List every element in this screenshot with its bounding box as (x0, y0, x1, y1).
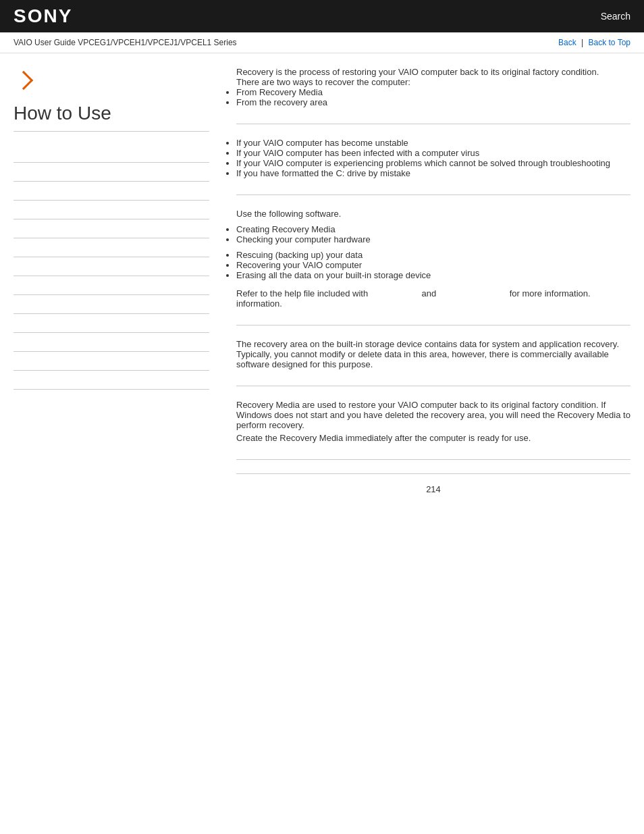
section2-bullets: If your VAIO computer has become unstabl… (236, 138, 630, 178)
section-1: Recovery is the process of restoring you… (236, 67, 630, 107)
list-item: Creating Recovery Media (236, 224, 630, 234)
list-item: If your VAIO computer is experiencing pr… (236, 158, 630, 168)
section3-bullets2: Rescuing (backing up) your data Recoveri… (236, 250, 630, 280)
bottom-divider (236, 459, 630, 460)
breadcrumb-separator: | (581, 38, 583, 47)
sidebar-item[interactable] (14, 257, 209, 276)
section1-bullets: From Recovery Media From the recovery ar… (236, 87, 630, 107)
divider (236, 194, 630, 195)
list-item: Recovering your VAIO computer (236, 260, 630, 270)
sidebar-item[interactable] (14, 201, 209, 219)
content-area: Recovery is the process of restoring you… (223, 67, 630, 504)
section3-para2: Refer to the help file included with and… (236, 288, 630, 309)
header: SONY Search (0, 0, 644, 32)
section4-para1: The recovery area on the built-in storag… (236, 339, 630, 369)
sidebar-menu (14, 144, 209, 390)
sidebar-item[interactable] (14, 163, 209, 182)
breadcrumb-nav: Back | Back to Top (558, 38, 630, 47)
sony-logo: SONY (14, 5, 72, 27)
chevron-icon (14, 71, 33, 90)
section3-bullets1: Creating Recovery Media Checking your co… (236, 224, 630, 244)
divider (236, 325, 630, 325)
list-item: Checking your computer hardware (236, 234, 630, 244)
section-2: If your VAIO computer has become unstabl… (236, 138, 630, 178)
list-item: Rescuing (backing up) your data (236, 250, 630, 260)
sidebar-item[interactable] (14, 295, 209, 314)
section3-para1: Use the following software. (236, 209, 630, 219)
list-item: If your VAIO computer has been infected … (236, 148, 630, 158)
main-content: How to Use Recovery is the process of re… (0, 53, 644, 518)
breadcrumb-bar: VAIO User Guide VPCEG1/VPCEH1/VPCEJ1/VPC… (0, 32, 644, 53)
sidebar: How to Use (14, 67, 223, 504)
page-number: 214 (426, 484, 441, 494)
list-item: From Recovery Media (236, 87, 630, 97)
list-item: If your VAIO computer has become unstabl… (236, 138, 630, 148)
sidebar-item[interactable] (14, 219, 209, 238)
section5-para1: Recovery Media are used to restore your … (236, 400, 630, 430)
sidebar-item[interactable] (14, 371, 209, 390)
search-button[interactable]: Search (601, 11, 630, 22)
page-title: How to Use (14, 103, 209, 132)
back-link[interactable]: Back (558, 38, 576, 47)
sidebar-item[interactable] (14, 276, 209, 295)
sidebar-item[interactable] (14, 238, 209, 257)
divider (236, 386, 630, 386)
breadcrumb-title: VAIO User Guide VPCEG1/VPCEH1/VPCEJ1/VPC… (14, 38, 237, 47)
sidebar-item[interactable] (14, 333, 209, 352)
section-4: The recovery area on the built-in storag… (236, 339, 630, 369)
sidebar-item[interactable] (14, 144, 209, 163)
page-footer: 214 (236, 473, 630, 504)
sidebar-item[interactable] (14, 314, 209, 333)
sidebar-item[interactable] (14, 182, 209, 201)
list-item: If you have formatted the C: drive by mi… (236, 168, 630, 178)
divider (236, 124, 630, 124)
list-item: Erasing all the data on your built-in st… (236, 270, 630, 280)
section-5: Recovery Media are used to restore your … (236, 400, 630, 443)
back-to-top-link[interactable]: Back to Top (589, 38, 630, 47)
list-item: From the recovery area (236, 97, 630, 107)
section1-para1: Recovery is the process of restoring you… (236, 67, 630, 77)
section-3: Use the following software. Creating Rec… (236, 209, 630, 309)
section5-para2: Create the Recovery Media immediately af… (236, 433, 630, 443)
section1-para2: There are two ways to recover the comput… (236, 77, 630, 87)
sidebar-item[interactable] (14, 352, 209, 371)
